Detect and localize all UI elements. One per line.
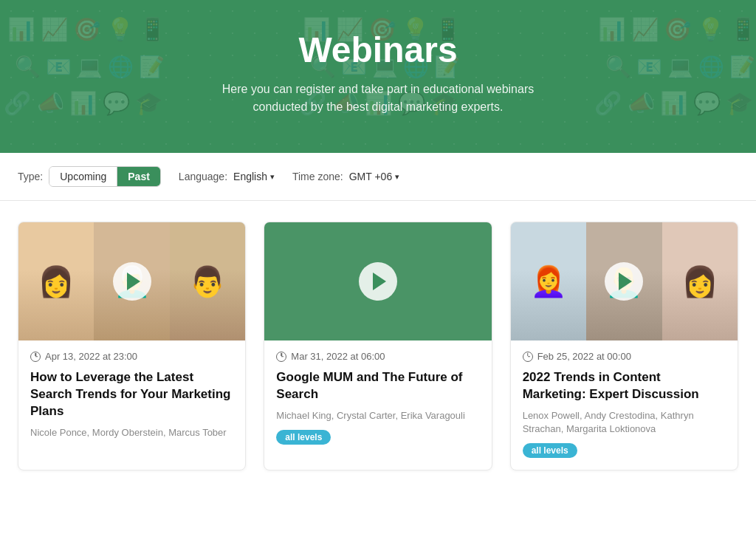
hero-subtitle: Here you can register and take part in e… [193, 81, 563, 116]
webinars-grid: 👩👨‍🦳👨Apr 13, 2022 at 23:00How to Leverag… [0, 201, 756, 491]
webinar-card: 👩👨‍🦳👨Apr 13, 2022 at 23:00How to Leverag… [18, 222, 246, 470]
play-icon [127, 273, 140, 290]
past-button[interactable]: Past [117, 167, 160, 186]
play-button[interactable] [113, 262, 151, 301]
type-label: Type: [18, 171, 43, 182]
timezone-label: Time zone: [292, 171, 343, 182]
page-title: Webinars [15, 30, 741, 70]
clock-icon [523, 352, 533, 362]
type-filter: Type: Upcoming Past [18, 166, 161, 187]
language-dropdown[interactable]: English ▾ [233, 171, 275, 182]
timezone-filter: Time zone: GMT +06 ▾ [292, 171, 399, 182]
timezone-dropdown[interactable]: GMT +06 ▾ [349, 171, 400, 182]
hero-section: Webinars Here you can register and take … [0, 0, 756, 153]
play-button[interactable] [605, 262, 643, 301]
language-label: Language: [179, 171, 227, 182]
card-speakers: Nicole Ponce, Mordy Oberstein, Marcus To… [30, 426, 233, 439]
speaker-avatar: 👩 [662, 222, 738, 340]
card-speakers: Michael King, Crystal Carter, Erika Vara… [276, 409, 479, 422]
play-icon [619, 273, 632, 290]
webinar-card: Mar 31, 2022 at 06:00Google MUM and The … [264, 222, 492, 470]
play-button[interactable] [359, 262, 397, 301]
card-thumbnail[interactable]: 👩‍🦰👨‍🦲👩 [511, 222, 738, 340]
filters-bar: Type: Upcoming Past Language: English ▾ … [0, 153, 756, 201]
level-badge: all levels [276, 430, 331, 445]
speaker-avatar: 👩‍🦰 [511, 222, 586, 340]
upcoming-button[interactable]: Upcoming [49, 167, 117, 186]
card-title: Google MUM and The Future of Search [276, 369, 479, 403]
card-thumbnail[interactable] [264, 222, 491, 340]
language-filter: Language: English ▾ [179, 171, 275, 182]
card-title: 2022 Trends in Content Marketing: Expert… [523, 369, 726, 403]
play-icon [373, 273, 386, 290]
card-title: How to Leverage the Latest Search Trends… [30, 369, 233, 420]
speaker-avatar: 👨 [170, 222, 245, 340]
card-date: Feb 25, 2022 at 00:00 [523, 351, 726, 362]
card-speakers: Lenox Powell, Andy Crestodina, Kathryn S… [523, 409, 726, 436]
chevron-down-icon: ▾ [395, 172, 399, 182]
clock-icon [30, 352, 41, 362]
card-date: Mar 31, 2022 at 06:00 [276, 351, 479, 362]
speaker-avatar: 👩 [18, 222, 94, 340]
type-toggle: Upcoming Past [49, 166, 161, 187]
level-badge: all levels [523, 443, 577, 458]
chevron-down-icon: ▾ [270, 172, 275, 182]
card-date: Apr 13, 2022 at 23:00 [30, 351, 233, 362]
webinar-card: 👩‍🦰👨‍🦲👩Feb 25, 2022 at 00:002022 Trends … [510, 222, 738, 470]
card-thumbnail[interactable]: 👩👨‍🦳👨 [18, 222, 245, 340]
clock-icon [276, 352, 286, 362]
